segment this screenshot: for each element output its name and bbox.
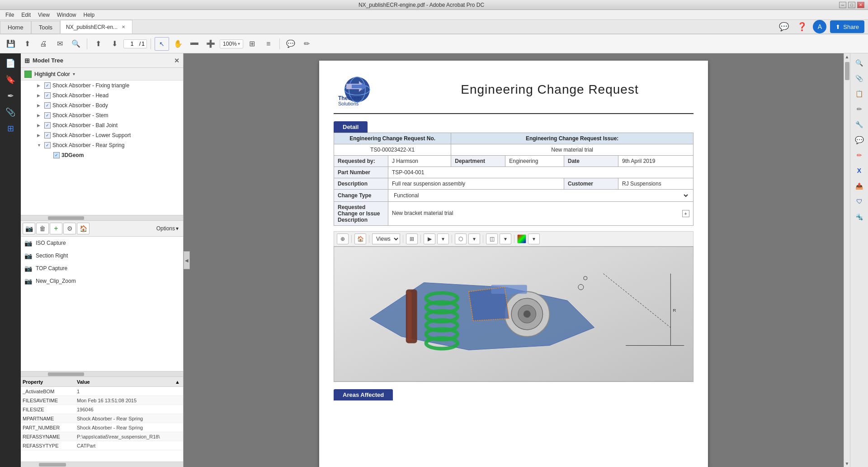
delete-button[interactable]: 🗑 xyxy=(36,223,49,234)
viewer-color-btn[interactable] xyxy=(517,234,526,243)
highlight-dropdown-arrow[interactable]: ▾ xyxy=(73,71,75,76)
scroll-up-arrow[interactable]: ▲ xyxy=(844,53,850,60)
expand-button[interactable]: + xyxy=(682,210,689,217)
highlight-color-box[interactable] xyxy=(24,71,32,78)
close-window-button[interactable]: ✕ xyxy=(857,2,864,8)
right-wrench-icon[interactable]: 🔩 xyxy=(852,210,867,224)
property-horizontal-scrollbar[interactable] xyxy=(21,462,183,467)
tree-item[interactable]: ▶ ✓ Shock Absorber - Body xyxy=(21,100,183,110)
viewer-grid-btn[interactable]: ⊞ xyxy=(406,234,418,244)
viewer-3d[interactable]: R xyxy=(334,246,693,382)
upload-button[interactable]: ⬆ xyxy=(20,37,34,51)
scroll-thumb-3[interactable] xyxy=(39,463,66,467)
tab-document[interactable]: NX_publishECR-en... ✕ xyxy=(60,20,132,33)
zoom-out-button[interactable]: ➖ xyxy=(187,37,202,51)
scroll-thumb[interactable] xyxy=(48,216,84,220)
find-button[interactable]: 🔍 xyxy=(69,37,83,51)
right-search-icon[interactable]: 🔍 xyxy=(852,56,867,70)
hand-tool[interactable]: ✋ xyxy=(171,37,185,51)
add-button[interactable]: + xyxy=(50,223,62,234)
capture-item-section[interactable]: 📷 Section Right xyxy=(21,249,183,262)
help-icon[interactable]: ❓ xyxy=(795,20,809,33)
scroll-arrow-up[interactable]: ▲ xyxy=(175,379,181,385)
page-number-input[interactable] xyxy=(126,41,138,47)
views-select[interactable]: Views xyxy=(372,234,400,244)
pdf-area[interactable]: ◀ Theorem Solutions xyxy=(184,53,844,467)
tab-tools[interactable]: Tools xyxy=(31,21,60,33)
print-button[interactable]: 🖨 xyxy=(36,37,51,51)
minimize-button[interactable]: ─ xyxy=(839,2,846,8)
tree-checkbox[interactable]: ✓ xyxy=(44,132,51,138)
tree-checkbox[interactable]: ✓ xyxy=(44,102,51,109)
home-button[interactable]: 🏠 xyxy=(77,223,90,234)
viewer-section-btn[interactable]: ◫ xyxy=(486,234,498,244)
prev-page-button[interactable]: ⬆ xyxy=(91,37,105,51)
tree-horizontal-scrollbar[interactable] xyxy=(21,215,183,220)
tab-home[interactable]: Home xyxy=(0,21,31,33)
menu-edit[interactable]: Edit xyxy=(18,11,34,19)
maximize-button[interactable]: □ xyxy=(848,2,855,8)
scroll-thumb-pdf[interactable] xyxy=(845,62,849,80)
cursor-tool[interactable]: ↖ xyxy=(155,37,169,51)
right-markup-icon[interactable]: ✏ xyxy=(852,148,867,162)
message-icon[interactable]: 💬 xyxy=(777,20,791,33)
viewer-3d-drop[interactable]: ▾ xyxy=(468,234,480,244)
right-shield-icon[interactable]: 🛡 xyxy=(852,195,867,208)
right-attachment-icon[interactable]: 📎 xyxy=(852,71,867,85)
scroll-thumb-2[interactable] xyxy=(48,372,84,376)
viewer-home-btn[interactable]: ⊕ xyxy=(337,234,349,244)
camera-button[interactable]: 📷 xyxy=(23,223,35,234)
right-edit-icon[interactable]: ✏ xyxy=(852,102,867,116)
fit-page-button[interactable]: ⊞ xyxy=(245,37,259,51)
tree-checkbox[interactable]: ✓ xyxy=(44,82,51,89)
menu-help[interactable]: Help xyxy=(80,11,99,19)
menu-file[interactable]: File xyxy=(2,11,18,19)
capture-item-iso[interactable]: 📷 ISO Capture xyxy=(21,237,183,249)
tree-checkbox[interactable]: ✓ xyxy=(44,92,51,99)
tree-item[interactable]: ▶ ✓ Shock Absorber - Stem xyxy=(21,110,183,120)
tree-item[interactable]: ▶ ✓ Shock Absorber - Lower Support xyxy=(21,130,183,140)
menu-view[interactable]: View xyxy=(34,11,53,19)
sidebar-pages-icon[interactable]: 📄 xyxy=(3,56,18,71)
viewer-3d-btn[interactable]: ⬡ xyxy=(455,234,467,244)
tree-checkbox[interactable]: ✓ xyxy=(44,142,51,148)
save-button[interactable]: 💾 xyxy=(4,37,18,51)
right-export-icon[interactable]: 📤 xyxy=(852,179,867,193)
tab-close-button[interactable]: ✕ xyxy=(120,24,127,30)
zoom-in-button[interactable]: ➕ xyxy=(203,37,218,51)
tree-checkbox[interactable]: ✓ xyxy=(53,152,60,158)
right-clipboard-icon[interactable]: 📋 xyxy=(852,87,867,100)
viewer-home-icon[interactable]: 🏠 xyxy=(354,234,366,244)
sidebar-attachments-icon[interactable]: 📎 xyxy=(3,105,18,119)
capture-item-clip[interactable]: 📷 New_Clip_Zoom xyxy=(21,275,183,287)
viewer-section-drop[interactable]: ▾ xyxy=(500,234,511,244)
sidebar-bookmarks-icon[interactable]: 🔖 xyxy=(3,72,18,87)
tree-item[interactable]: ▶ ✓ Shock Absorber - Head xyxy=(21,91,183,100)
markup-button[interactable]: ✏ xyxy=(300,37,314,51)
tree-item[interactable]: ▶ ✓ Shock Absorber - Ball Joint xyxy=(21,120,183,130)
right-comment-icon[interactable]: 💬 xyxy=(852,133,867,147)
settings-button[interactable]: ⚙ xyxy=(63,223,76,234)
tree-checkbox[interactable]: ✓ xyxy=(44,122,51,129)
right-tools-icon[interactable]: 🔧 xyxy=(852,118,867,131)
comment-button[interactable]: 💬 xyxy=(283,37,298,51)
next-page-button[interactable]: ⬇ xyxy=(107,37,122,51)
share-button[interactable]: ⬆ Share xyxy=(830,20,864,33)
layout-button[interactable]: ≡ xyxy=(261,37,276,51)
user-avatar[interactable]: A xyxy=(813,20,826,33)
options-button[interactable]: Options ▾ xyxy=(154,224,181,233)
scroll-down-arrow[interactable]: ▼ xyxy=(844,460,850,467)
panel-collapse-button[interactable]: ◀ xyxy=(184,251,190,269)
change-type-select[interactable]: Functional xyxy=(392,192,689,199)
tree-item-child[interactable]: ✓ 3DGeom xyxy=(21,150,183,160)
sidebar-signatures-icon[interactable]: ✒ xyxy=(3,89,18,103)
viewer-dropdown-btn[interactable]: ▾ xyxy=(437,234,449,244)
tree-checkbox[interactable]: ✓ xyxy=(44,112,51,119)
menu-window[interactable]: Window xyxy=(53,11,80,19)
email-button[interactable]: ✉ xyxy=(52,37,67,51)
right-math-icon[interactable]: X xyxy=(852,164,867,177)
window-controls[interactable]: ─ □ ✕ xyxy=(839,2,864,8)
tree-item[interactable]: ▶ ✓ Shock Absorber - Fixing triangle xyxy=(21,81,183,91)
viewer-color-drop[interactable]: ▾ xyxy=(528,234,540,244)
pdf-vertical-scrollbar[interactable]: ▲ ▼ xyxy=(844,53,850,467)
